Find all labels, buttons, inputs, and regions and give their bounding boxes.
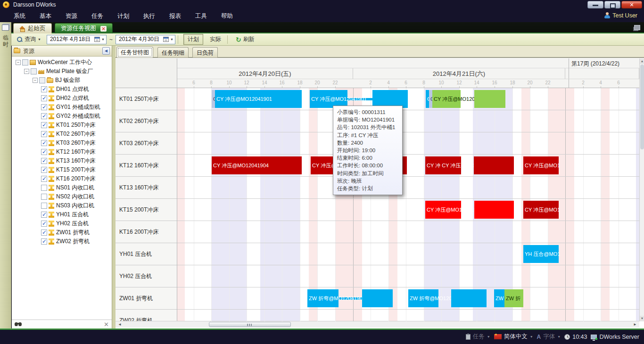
tree-item[interactable]: KT01 250T冲床: [12, 121, 112, 130]
panel-close-icon[interactable]: ✕: [104, 321, 109, 328]
gantt-bar[interactable]: [474, 156, 514, 174]
tree-item[interactable]: −BJ 钣金部: [12, 76, 112, 85]
subtab-任务甘特图[interactable]: 任务甘特图: [116, 47, 153, 57]
tree-checkbox[interactable]: [41, 229, 47, 236]
tree-item[interactable]: YH01 压合机: [12, 210, 112, 219]
gantt-bar[interactable]: CY 冲压@MO1: [523, 201, 559, 219]
tree-checkbox[interactable]: [41, 104, 47, 110]
status-item-10:43[interactable]: 10:43: [564, 334, 587, 340]
tree-expander-icon[interactable]: −: [16, 60, 21, 65]
vertical-scrollbar[interactable]: ▲ ▼: [639, 58, 644, 321]
tree-item[interactable]: DH01 点焊机: [12, 85, 112, 94]
gantt-bar[interactable]: ZW: [494, 289, 504, 307]
tree-checkbox[interactable]: [41, 221, 47, 227]
scroll-down-icon[interactable]: ▼: [640, 316, 644, 321]
tree-checkbox[interactable]: [41, 194, 47, 200]
subtab-日负荷[interactable]: 日负荷: [192, 47, 218, 57]
tree-checkbox[interactable]: [41, 185, 47, 191]
date-from-input[interactable]: 2012年 4月18日 ▼: [47, 35, 107, 44]
float-window-icon[interactable]: [634, 25, 640, 30]
tree-checkbox[interactable]: [41, 113, 47, 119]
menu-item-计划[interactable]: 计划: [110, 9, 136, 22]
tree-checkbox[interactable]: [41, 176, 47, 182]
tree-item[interactable]: KT12 160T冲床: [12, 147, 112, 156]
tree-item[interactable]: GY01 外桶成型机: [12, 103, 112, 112]
tree-checkbox[interactable]: [41, 203, 47, 209]
status-item-简体中文[interactable]: 简体中文▼: [494, 333, 533, 341]
scroll-up-icon[interactable]: ▲: [640, 58, 644, 64]
tree-item[interactable]: ZW02 折弯机: [12, 237, 112, 246]
tree-item[interactable]: −Metal Plate 钣金厂: [12, 67, 112, 76]
collapsed-panel-strip[interactable]: 临时: [0, 22, 11, 328]
menu-item-工具[interactable]: 工具: [188, 9, 214, 22]
tree-checkbox[interactable]: [41, 238, 47, 245]
tree-checkbox[interactable]: [41, 131, 47, 137]
tab-home[interactable]: 起始页: [13, 23, 52, 33]
tree-checkbox[interactable]: [41, 212, 47, 218]
gantt-bar[interactable]: CY 冲压@MO12041901: [215, 90, 302, 108]
gantt-bar[interactable]: C: [429, 90, 432, 108]
tree-item[interactable]: ZW01 折弯机: [12, 228, 112, 237]
restore-button[interactable]: [604, 1, 620, 8]
tree-checkbox[interactable]: [22, 59, 28, 66]
refresh-button[interactable]: ↻ 刷新: [233, 34, 257, 44]
tree-checkbox[interactable]: [41, 158, 47, 164]
tree-expander-icon[interactable]: −: [24, 69, 29, 74]
tree-checkbox[interactable]: [41, 167, 47, 173]
tree-checkbox[interactable]: [41, 95, 47, 101]
plan-toggle-button[interactable]: 计划: [183, 34, 203, 45]
gantt-bar[interactable]: [474, 201, 514, 219]
gantt-bar[interactable]: ZW 折弯@MO12041901: [307, 289, 339, 307]
tree-checkbox[interactable]: [41, 140, 47, 146]
binoculars-icon[interactable]: [15, 322, 18, 326]
tree-item[interactable]: NS01 内收口机: [12, 183, 112, 192]
gantt-bar[interactable]: ZW 折弯@MO12041901: [408, 289, 438, 307]
gantt-bar[interactable]: [474, 90, 505, 108]
horizontal-scroll-thumb[interactable]: [209, 322, 291, 327]
tree-checkbox[interactable]: [39, 77, 45, 83]
status-item-字体[interactable]: A字体▼: [537, 333, 561, 341]
status-item-任务[interactable]: 任务▼: [466, 333, 490, 341]
gantt-bar[interactable]: CY 冲压@MO1: [523, 156, 559, 174]
tree-item[interactable]: NS02 内收口机: [12, 192, 112, 201]
tab-close-icon[interactable]: ✕: [100, 26, 107, 32]
vertical-scroll-thumb[interactable]: [640, 65, 644, 149]
menu-item-报表[interactable]: 报表: [162, 9, 188, 22]
panel-collapse-button[interactable]: ◄: [102, 47, 110, 55]
tree-item[interactable]: KT16 200T冲床: [12, 174, 112, 183]
gantt-bar[interactable]: ZW 折: [504, 289, 523, 307]
menu-item-基本[interactable]: 基本: [33, 9, 58, 22]
panel-splitter[interactable]: [112, 46, 116, 328]
scroll-right-icon[interactable]: ►: [632, 321, 638, 328]
actual-toggle-button[interactable]: 实际: [206, 34, 225, 44]
menu-item-执行[interactable]: 执行: [136, 9, 162, 22]
gantt-bar[interactable]: CY 冲压@MO12041902: [432, 90, 461, 108]
gantt-bar[interactable]: [451, 289, 487, 307]
query-button[interactable]: 查询 ▼: [14, 34, 44, 44]
tree-item[interactable]: KT03 260T冲床: [12, 139, 112, 147]
menu-item-任务[interactable]: 任务: [84, 9, 110, 22]
close-button[interactable]: [621, 1, 642, 8]
tree-item[interactable]: KT02 260T冲床: [12, 130, 112, 139]
tree-item[interactable]: KT15 200T冲床: [12, 165, 112, 174]
tree-item[interactable]: KT13 160T冲床: [12, 156, 112, 165]
gantt-bar[interactable]: CY 冲 CY 冲压@MO12041904: [425, 156, 461, 174]
minimize-button[interactable]: [587, 1, 603, 8]
gantt-bar[interactable]: CY 冲压@MO12041904: [212, 156, 302, 174]
status-item-DWorks Server[interactable]: DWorks Server: [591, 334, 639, 340]
tree-item[interactable]: NS03 内收口机: [12, 201, 112, 210]
tree-checkbox[interactable]: [41, 122, 47, 128]
menu-item-资源[interactable]: 资源: [58, 9, 84, 22]
tree-item[interactable]: −WorkCenter 工作中心: [12, 58, 112, 67]
tree-checkbox[interactable]: [41, 149, 47, 155]
tree-item[interactable]: GY02 外桶成型机: [12, 112, 112, 121]
tree-expander-icon[interactable]: −: [33, 78, 38, 83]
scroll-left-icon[interactable]: ◄: [116, 321, 123, 328]
gantt-bar[interactable]: C: [426, 90, 429, 108]
tree-item[interactable]: YH02 压合机: [12, 219, 112, 228]
horizontal-scrollbar[interactable]: ◄ ►: [116, 321, 639, 328]
gantt-bar[interactable]: [362, 289, 393, 307]
subtab-任务明细[interactable]: 任务明细: [157, 47, 189, 57]
gantt-bar[interactable]: YH 压合@MO1: [523, 245, 559, 263]
gantt-bar[interactable]: C: [212, 90, 215, 108]
